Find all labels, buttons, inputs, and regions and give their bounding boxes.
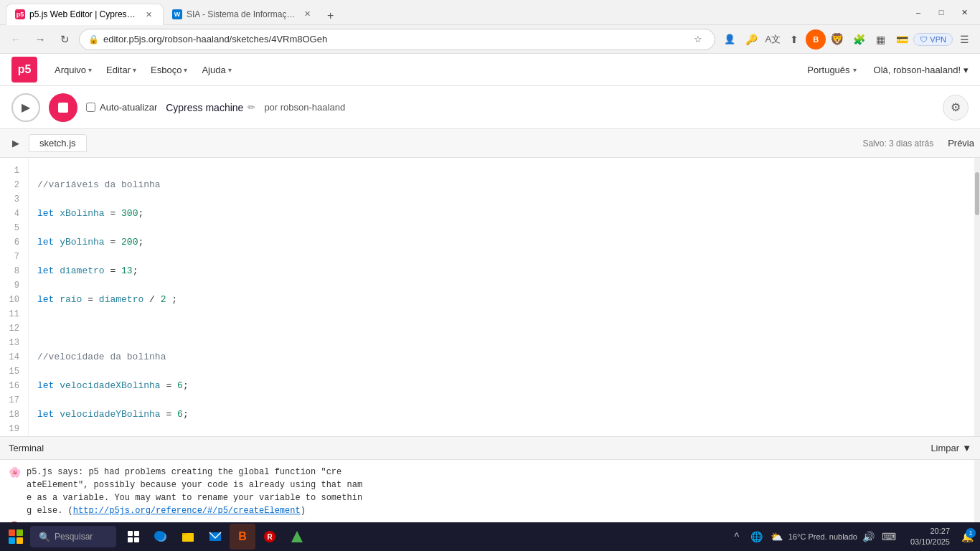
address-bar-row: ← → ↻ 🔒 editor.p5js.org/robson-haaland/s…: [0, 25, 980, 54]
taskbar-explorer[interactable]: [175, 524, 201, 550]
key-icon[interactable]: 🔑: [741, 29, 761, 50]
network-icon[interactable]: 🌐: [748, 528, 765, 545]
app6-icon: R: [263, 529, 277, 544]
tab-close-active[interactable]: ✕: [143, 9, 154, 20]
share-icon[interactable]: ⬆: [784, 29, 804, 50]
taskbar-tray: ^ 🌐 ⛅ 16°C Pred. nublado 🔊 ⌨: [722, 528, 903, 545]
menu-ajuda[interactable]: Ajuda ▾: [196, 62, 237, 78]
menu-esboco-label: Esboço: [151, 65, 182, 75]
editor-container: 12345 678910 1112131415 1617181920 //var…: [0, 158, 980, 551]
terminal-warning: 🌸 p5.js says: p5 had problems creating t…: [9, 466, 966, 517]
code-line-6: [37, 321, 974, 336]
profile-icon[interactable]: 👤: [720, 29, 740, 50]
notification-badge: 1: [966, 528, 976, 538]
close-button[interactable]: ✕: [954, 2, 974, 22]
taskbar-app6[interactable]: R: [257, 524, 283, 550]
sketch-name: Cypress machine: [166, 102, 243, 113]
browser-tab-sia[interactable]: W SIA - Sistema de Informações Acadêm… ✕: [164, 4, 321, 25]
search-placeholder: Pesquisar: [55, 532, 93, 542]
menu-editar-label: Editar: [106, 65, 131, 75]
code-line-1: //variáveis da bolinha: [37, 178, 974, 192]
sketch-tab[interactable]: sketch.js: [29, 134, 87, 152]
forward-button[interactable]: →: [30, 29, 50, 50]
menu-arquivo[interactable]: Arquivo ▾: [49, 62, 98, 78]
user-greeting-text: Olá, robson-haaland!: [874, 65, 961, 75]
minimize-button[interactable]: –: [908, 2, 928, 22]
maximize-button[interactable]: □: [931, 2, 951, 22]
taskbar-edge[interactable]: [148, 524, 174, 550]
taskbar-search[interactable]: 🔍 Pesquisar: [30, 526, 116, 547]
terminal-expand-icon: ▼: [962, 443, 971, 453]
weather-temp: 16°C: [788, 532, 806, 541]
back-button[interactable]: ←: [6, 29, 26, 50]
svg-rect-2: [128, 537, 133, 542]
preview-button[interactable]: Prévia: [948, 138, 974, 149]
saved-info: Salvo: 3 dias atrás: [862, 138, 933, 149]
terminal-clear-button[interactable]: Limpar ▼: [930, 443, 971, 453]
language-label: Português: [807, 65, 849, 75]
mail-icon: [208, 529, 222, 544]
taskbar-brave[interactable]: B: [230, 524, 255, 550]
tab-favicon-p5: p5: [15, 9, 25, 19]
browser-tab-active[interactable]: p5 p5.js Web Editor | Cypress machi… ✕: [6, 4, 164, 25]
clock-time: 20:27: [910, 526, 950, 537]
edit-sketch-name-icon[interactable]: ✏: [248, 102, 255, 113]
taskbar: 🔍 Pesquisar: [0, 522, 980, 551]
menu-bar: Arquivo ▾ Editar ▾ Esboço ▾ Ajuda ▾: [49, 62, 237, 78]
language-selector[interactable]: Português ▾: [801, 62, 862, 78]
search-icon: 🔍: [39, 532, 50, 542]
auto-update-label[interactable]: Auto-atualizar: [86, 102, 157, 113]
tray-chevron[interactable]: ^: [728, 528, 745, 545]
svg-rect-1: [134, 531, 139, 536]
menu-esboco-arrow: ▾: [184, 66, 187, 74]
taskbar-app7[interactable]: [284, 524, 310, 550]
menu-esboco[interactable]: Esboço ▾: [145, 62, 193, 78]
start-button[interactable]: [3, 524, 29, 550]
windows-logo: [9, 529, 23, 544]
weather-desc: Pred. nublado: [808, 532, 857, 541]
menu-icon[interactable]: ☰: [954, 29, 974, 50]
sidebar-icon[interactable]: ▦: [870, 29, 890, 50]
taskbar-clock[interactable]: 20:27 03/10/2025: [905, 526, 956, 548]
file-tree-toggle[interactable]: ▶: [6, 133, 26, 154]
terminal-header: Terminal Limpar ▼: [0, 437, 980, 460]
new-tab-button[interactable]: +: [321, 6, 339, 25]
browser-titlebar: p5 p5.js Web Editor | Cypress machi… ✕ W…: [0, 0, 980, 25]
refresh-button[interactable]: ↻: [55, 29, 75, 50]
wallet-icon[interactable]: 💳: [892, 29, 912, 50]
editor-scrollbar[interactable]: [974, 158, 980, 436]
volume-icon[interactable]: 🔊: [860, 528, 877, 545]
menu-editar[interactable]: Editar ▾: [100, 62, 142, 78]
taskbar-mail[interactable]: [202, 524, 228, 550]
taskbar-apps: B R: [121, 524, 310, 550]
scrollbar-thumb[interactable]: [975, 172, 979, 215]
code-editor[interactable]: 12345 678910 1112131415 1617181920 //var…: [0, 158, 980, 436]
brave-icon[interactable]: B: [806, 29, 826, 50]
taskbar-taskview[interactable]: [121, 524, 146, 550]
weather-icon[interactable]: ⛅: [768, 528, 786, 545]
keyboard-icon[interactable]: ⌨: [880, 528, 897, 545]
extensions-icon[interactable]: 🧩: [849, 29, 869, 50]
svg-text:R: R: [267, 533, 273, 541]
tab-favicon-sia: W: [172, 9, 182, 19]
code-line-7: //velocidade da bolinha: [37, 350, 974, 364]
terminal-link[interactable]: http://p5js.org/reference/#/p5/createEle…: [73, 506, 301, 516]
code-content[interactable]: //variáveis da bolinha let xBolinha = 30…: [29, 158, 974, 436]
language-arrow: ▾: [853, 66, 857, 74]
vpn-badge[interactable]: 🛡 VPN: [913, 33, 953, 46]
address-bar[interactable]: 🔒 editor.p5js.org/robson-haaland/sketche…: [79, 29, 715, 50]
play-button[interactable]: ▶: [11, 93, 40, 122]
brave-shields-icon[interactable]: 🦁: [827, 29, 847, 50]
stop-button[interactable]: [49, 93, 77, 122]
tab-close-sia[interactable]: ✕: [301, 9, 313, 20]
code-line-4: let diametro = 13;: [37, 264, 974, 278]
notification-center[interactable]: 🔔 1: [957, 527, 977, 547]
edge-icon: [154, 529, 168, 544]
clock-date: 03/10/2025: [910, 537, 950, 547]
bookmark-icon[interactable]: ☆: [690, 32, 706, 47]
translate-icon[interactable]: A文: [763, 29, 783, 50]
user-greeting[interactable]: Olá, robson-haaland! ▾: [874, 65, 969, 75]
settings-button[interactable]: ⚙: [943, 95, 969, 121]
auto-update-checkbox[interactable]: [86, 103, 95, 112]
svg-marker-8: [291, 531, 303, 542]
